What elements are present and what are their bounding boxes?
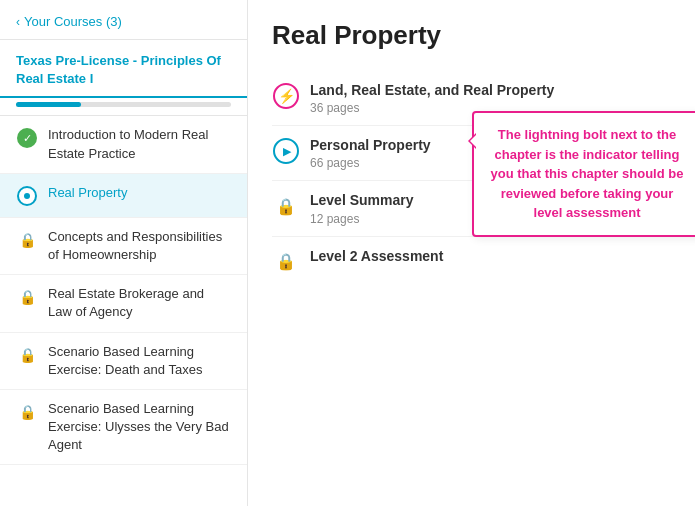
item-icon-brokerage: 🔒 [16, 286, 38, 308]
progress-bar-bg [16, 102, 231, 107]
chapter-info-3: Level Summary 12 pages [310, 191, 414, 225]
sidebar-item-label-scenario-death: Scenario Based Learning Exercise: Death … [48, 343, 231, 379]
course-title[interactable]: Texas Pre-License - Principles Of Real E… [0, 40, 247, 98]
chapter-pages-2: 66 pages [310, 156, 431, 170]
check-icon: ✓ [17, 128, 37, 148]
sidebar-item-label-real-property: Real Property [48, 184, 127, 202]
chapter-title-1: Land, Real Estate, and Real Property [310, 81, 554, 99]
chapter-title-3: Level Summary [310, 191, 414, 209]
item-icon-scenario-ulysses: 🔒 [16, 401, 38, 423]
lock-icon-scenario-death: 🔒 [17, 345, 37, 365]
sidebar-items-list: ✓ Introduction to Modern Real Estate Pra… [0, 116, 247, 506]
progress-bar-container [0, 98, 247, 116]
play-icon: ▶ [273, 138, 299, 164]
lightning-bolt-icon: ⚡ [273, 83, 299, 109]
back-label: Your Courses (3) [24, 14, 122, 29]
lock-icon-ch3: 🔒 [273, 193, 299, 219]
sidebar-item-concepts[interactable]: 🔒 Concepts and Responsibilities of Homeo… [0, 218, 247, 275]
sidebar-item-scenario-ulysses[interactable]: 🔒 Scenario Based Learning Exercise: Ulys… [0, 390, 247, 466]
sidebar-item-scenario-death[interactable]: 🔒 Scenario Based Learning Exercise: Deat… [0, 333, 247, 390]
circle-dot-icon [17, 186, 37, 206]
lock-icon-brokerage: 🔒 [17, 287, 37, 307]
callout-tooltip: The lightning bolt next to the chapter i… [472, 111, 695, 237]
chapter-icon-1: ⚡ [272, 82, 300, 110]
sidebar-item-brokerage[interactable]: 🔒 Real Estate Brokerage and Law of Agenc… [0, 275, 247, 332]
back-button[interactable]: ‹ Your Courses (3) [0, 0, 247, 40]
item-icon-intro: ✓ [16, 127, 38, 149]
lock-icon-scenario-ulysses: 🔒 [17, 402, 37, 422]
item-icon-real-property [16, 185, 38, 207]
page-title: Real Property [272, 20, 671, 51]
chapter-title-2: Personal Property [310, 136, 431, 154]
sidebar-item-label-brokerage: Real Estate Brokerage and Law of Agency [48, 285, 231, 321]
chapter-icon-4: 🔒 [272, 248, 300, 276]
lock-icon-concepts: 🔒 [17, 230, 37, 250]
chevron-left-icon: ‹ [16, 15, 20, 29]
lock-icon-ch4: 🔒 [273, 249, 299, 275]
chapter-info-2: Personal Property 66 pages [310, 136, 431, 170]
chapter-item-1[interactable]: ⚡ Land, Real Estate, and Real Property 3… [272, 71, 671, 126]
chapter-icon-2: ▶ [272, 137, 300, 165]
chapter-item-4[interactable]: 🔒 Level 2 Assessment [272, 237, 671, 286]
sidebar-item-label-intro: Introduction to Modern Real Estate Pract… [48, 126, 231, 162]
chapter-list: ⚡ Land, Real Estate, and Real Property 3… [272, 71, 671, 286]
sidebar-item-label-scenario-ulysses: Scenario Based Learning Exercise: Ulysse… [48, 400, 231, 455]
progress-bar-fill [16, 102, 81, 107]
chapter-title-4: Level 2 Assessment [310, 247, 443, 265]
chapter-pages-3: 12 pages [310, 212, 414, 226]
main-content: Real Property ⚡ Land, Real Estate, and R… [248, 0, 695, 506]
sidebar-item-intro[interactable]: ✓ Introduction to Modern Real Estate Pra… [0, 116, 247, 173]
item-icon-scenario-death: 🔒 [16, 344, 38, 366]
sidebar-item-label-concepts: Concepts and Responsibilities of Homeown… [48, 228, 231, 264]
sidebar-item-real-property[interactable]: Real Property [0, 174, 247, 218]
item-icon-concepts: 🔒 [16, 229, 38, 251]
chapter-icon-3: 🔒 [272, 192, 300, 220]
sidebar: ‹ Your Courses (3) Texas Pre-License - P… [0, 0, 248, 506]
chapter-info-4: Level 2 Assessment [310, 247, 443, 267]
